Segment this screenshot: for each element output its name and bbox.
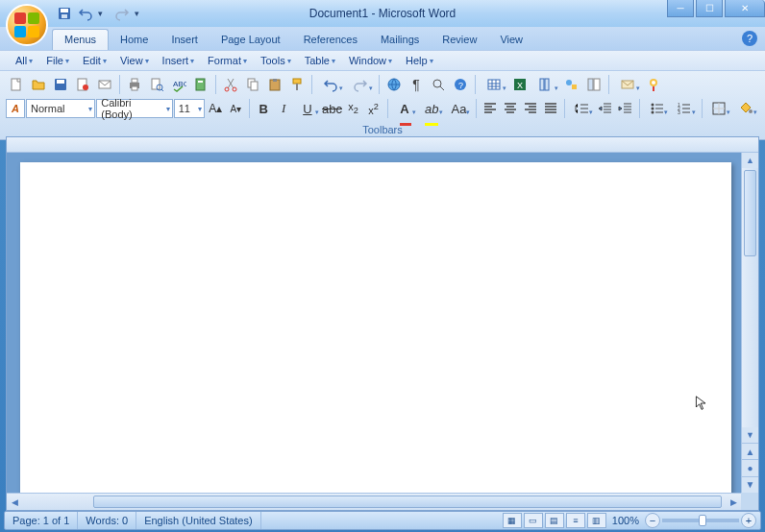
menu-file[interactable]: File▾ [40,53,75,68]
next-page-button[interactable]: ▼ [742,476,758,493]
show-marks-button[interactable]: ¶ [406,74,427,95]
status-page[interactable]: Page: 1 of 1 [5,512,78,529]
qat-undo-dropdown[interactable]: ▾ [98,9,110,18]
tab-references[interactable]: References [292,30,369,50]
change-case-button[interactable]: Aa▾ [446,98,472,119]
tab-view[interactable]: View [488,30,534,50]
copy-button[interactable] [242,74,263,95]
strikethrough-button[interactable]: abc [322,98,343,119]
bullets-button[interactable]: ▾ [644,98,670,119]
insert-table-button[interactable]: ▾ [480,74,508,95]
view-web-layout-button[interactable]: ▤ [545,513,564,528]
tab-mailings[interactable]: Mailings [369,30,431,50]
research-button[interactable] [190,74,211,95]
shrink-font-button[interactable]: A▾ [226,98,245,119]
print-preview-button[interactable] [146,74,167,95]
zoom-slider[interactable] [662,519,739,522]
menu-tools[interactable]: Tools▾ [255,53,297,68]
qat-redo-button[interactable] [113,5,131,22]
envelope-button[interactable]: ▾ [613,74,642,95]
tab-home[interactable]: Home [109,30,160,50]
menu-insert[interactable]: Insert▾ [157,53,201,68]
undo-button[interactable]: ▾ [316,74,345,95]
hyperlink-button[interactable] [383,74,405,95]
status-language[interactable]: English (United States) [136,512,261,529]
superscript-button[interactable]: x2 [364,98,383,119]
highlight-button[interactable]: ab▾ [419,98,445,119]
paste-button[interactable] [264,74,285,95]
italic-button[interactable]: I [274,98,293,119]
grow-font-button[interactable]: A▴ [206,98,225,119]
zoom-out-button[interactable]: − [645,513,660,528]
qat-save-button[interactable] [56,5,73,22]
close-button[interactable]: ✕ [725,0,765,17]
horizontal-scrollbar[interactable]: ◀ ▶ [7,493,741,510]
permission-button[interactable] [72,74,93,95]
menu-window[interactable]: Window▾ [343,53,398,68]
justify-button[interactable] [541,98,560,119]
vertical-scrollbar[interactable]: ▲ ▼ [741,153,758,443]
tab-page-layout[interactable]: Page Layout [210,30,292,50]
align-left-button[interactable] [481,98,500,119]
scroll-down-button[interactable]: ▼ [742,427,758,443]
columns-button[interactable]: ▾ [531,74,560,95]
style-combo[interactable]: Normal▾ [26,99,95,118]
view-print-layout-button[interactable]: ▦ [503,513,522,528]
font-color-button[interactable]: A▾ [391,98,417,119]
zoom-slider-thumb[interactable] [699,515,706,526]
help-button[interactable]: ? [742,31,757,46]
document-viewport[interactable] [7,153,741,493]
office-button[interactable] [6,4,48,46]
view-draft-button[interactable]: ▥ [587,513,606,528]
shading-button[interactable]: ▾ [733,98,759,119]
scroll-left-button[interactable]: ◀ [7,494,22,510]
tab-insert[interactable]: Insert [160,30,210,50]
tab-menus[interactable]: Menus [52,29,109,50]
menu-format[interactable]: Format▾ [202,53,253,68]
qat-undo-button[interactable] [77,5,94,22]
minimize-button[interactable]: ─ [667,0,694,17]
align-right-button[interactable] [521,98,540,119]
zoom-button[interactable] [428,74,449,95]
style-tool-button[interactable]: A [6,99,25,118]
numbering-button[interactable]: 123▾ [671,98,697,119]
line-spacing-button[interactable]: ▾ [569,98,595,119]
document-map-button[interactable] [583,74,605,95]
bold-button[interactable]: B [254,98,273,119]
spelling-button[interactable]: ABC [168,74,189,95]
font-size-combo[interactable]: 11▾ [174,99,206,118]
open-button[interactable] [28,74,49,95]
hscroll-thumb[interactable] [93,496,722,508]
save-button[interactable] [50,74,71,95]
vscroll-thumb[interactable] [744,170,756,256]
maximize-button[interactable]: ☐ [696,0,723,17]
borders-button[interactable]: ▾ [705,98,731,119]
format-painter-button[interactable] [286,74,308,95]
view-outline-button[interactable]: ≡ [566,513,585,528]
find-button[interactable] [643,74,664,95]
menu-all[interactable]: All▾ [10,53,38,68]
email-button[interactable] [94,74,115,95]
increase-indent-button[interactable] [616,98,635,119]
scroll-right-button[interactable]: ▶ [726,494,741,510]
decrease-indent-button[interactable] [596,98,615,119]
view-full-screen-button[interactable]: ▭ [524,513,543,528]
menu-help[interactable]: Help▾ [400,53,439,68]
status-words[interactable]: Words: 0 [78,512,136,529]
cut-button[interactable] [220,74,241,95]
new-button[interactable] [6,74,27,95]
tab-review[interactable]: Review [431,30,488,50]
browse-object-button[interactable]: ● [742,459,758,475]
qat-customize-dropdown[interactable]: ▾ [135,9,146,18]
scroll-up-button[interactable]: ▲ [742,153,758,168]
insert-worksheet-button[interactable]: X [509,74,531,95]
help-toolbar-button[interactable]: ? [450,74,471,95]
menu-view[interactable]: View▾ [114,53,155,68]
subscript-button[interactable]: x2 [344,98,363,119]
print-button[interactable] [124,74,145,95]
zoom-in-button[interactable]: + [741,513,756,528]
font-combo[interactable]: Calibri (Body)▾ [96,99,172,118]
menu-edit[interactable]: Edit▾ [77,53,112,68]
drawing-button[interactable] [561,74,582,95]
redo-button[interactable]: ▾ [346,74,375,95]
